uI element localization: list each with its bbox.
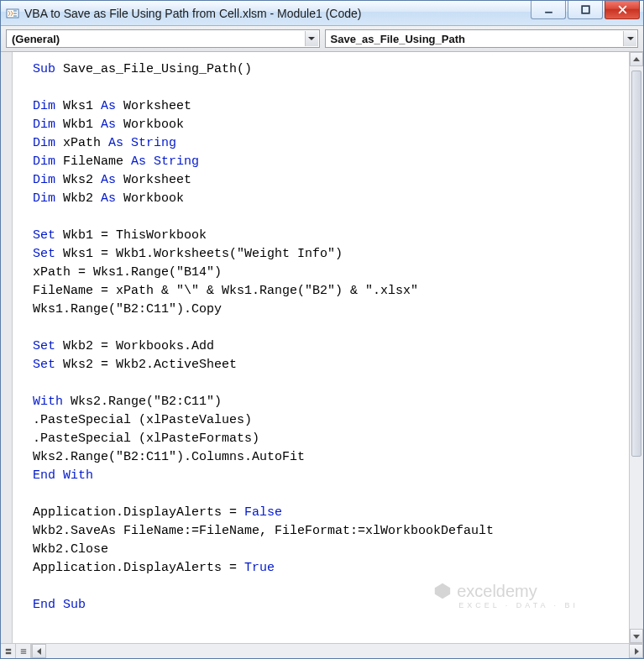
code-content[interactable]: Sub Save_as_File_Using_Path() Dim Wks1 A… [33, 60, 622, 615]
chevron-down-icon [305, 31, 318, 46]
bottom-scrollbar-area [1, 643, 643, 658]
svg-marker-8 [633, 57, 640, 61]
scroll-left-button[interactable] [32, 644, 46, 658]
svg-marker-6 [627, 37, 634, 40]
procedure-selector-row: (General) Save_as_File_Using_Path [1, 26, 643, 52]
svg-rect-2 [582, 6, 589, 13]
vertical-scrollbar[interactable] [629, 52, 643, 643]
procedure-dropdown-value: Save_as_File_Using_Path [331, 33, 465, 45]
svg-marker-5 [308, 37, 315, 40]
object-dropdown-value: (General) [12, 33, 60, 45]
procedure-dropdown[interactable]: Save_as_File_Using_Path [325, 29, 639, 48]
scroll-up-button[interactable] [630, 52, 643, 66]
scroll-down-button[interactable] [630, 629, 643, 643]
svg-marker-17 [635, 648, 639, 655]
scroll-right-button[interactable] [629, 644, 643, 658]
close-button[interactable] [605, 1, 640, 19]
svg-rect-10 [5, 648, 10, 650]
code-editor[interactable]: Sub Save_as_File_Using_Path() Dim Wks1 A… [13, 52, 629, 643]
horizontal-scrollbar[interactable] [32, 644, 643, 658]
full-module-view-button[interactable] [16, 644, 31, 658]
code-area: Sub Save_as_File_Using_Path() Dim Wks1 A… [1, 52, 643, 643]
vba-module-icon [6, 7, 19, 20]
margin-indicator-bar[interactable] [1, 52, 13, 643]
scroll-thumb[interactable] [631, 71, 641, 457]
svg-marker-9 [633, 635, 640, 639]
minimize-button[interactable] [531, 1, 566, 19]
window-buttons [531, 1, 643, 25]
svg-rect-11 [5, 651, 10, 653]
vba-code-window: VBA to Save as File Using Path from Cell… [0, 0, 644, 659]
object-dropdown[interactable]: (General) [6, 29, 320, 48]
procedure-view-button[interactable] [1, 644, 16, 658]
svg-marker-16 [37, 648, 41, 655]
maximize-button[interactable] [568, 1, 603, 19]
chevron-down-icon [623, 31, 636, 46]
titlebar[interactable]: VBA to Save as File Using Path from Cell… [1, 1, 643, 26]
window-title: VBA to Save as File Using Path from Cell… [24, 7, 531, 20]
